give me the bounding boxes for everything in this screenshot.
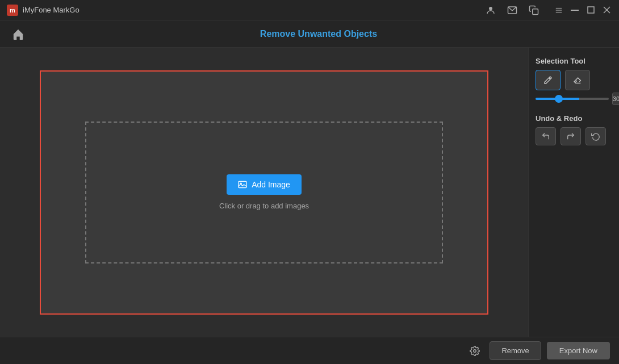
undo-redo-section: Undo & Redo — [536, 114, 612, 145]
menu-btn[interactable] — [553, 5, 564, 16]
svg-rect-7 — [588, 7, 594, 13]
settings-button[interactable] — [466, 342, 484, 360]
svg-point-12 — [474, 349, 476, 352]
svg-point-0 — [489, 7, 492, 10]
title-bar-controls — [483, 2, 612, 18]
minimize-btn[interactable] — [569, 5, 580, 16]
selection-tool-title: Selection Tool — [536, 57, 612, 65]
close-btn[interactable] — [601, 5, 612, 16]
add-image-button[interactable]: Add Image — [227, 174, 302, 195]
maximize-btn[interactable] — [585, 5, 596, 16]
window-controls — [553, 5, 612, 16]
remove-button[interactable]: Remove — [490, 341, 541, 360]
svg-rect-10 — [239, 181, 246, 187]
brush-size-slider-container: 30 — [536, 93, 612, 105]
reset-btn[interactable] — [585, 127, 606, 145]
home-button[interactable] — [9, 25, 27, 43]
user-icon[interactable] — [483, 2, 499, 18]
copy-icon[interactable] — [526, 2, 542, 18]
drop-zone[interactable]: Add Image Click or drag to add images — [85, 122, 443, 263]
slider-value: 30 — [612, 93, 619, 105]
app-name: iMyFone MarkGo — [23, 6, 483, 14]
undo-redo-title: Undo & Redo — [536, 114, 612, 123]
add-image-label: Add Image — [252, 180, 290, 189]
title-bar: m iMyFone MarkGo — [0, 0, 619, 20]
canvas-frame: Add Image Click or drag to add images — [40, 70, 488, 315]
svg-rect-2 — [533, 9, 538, 14]
redo-btn[interactable] — [561, 127, 581, 145]
selection-tool-section: Selection Tool 30 — [536, 57, 612, 105]
page-title: Remove Unwanted Objects — [27, 29, 610, 39]
app-logo: m — [7, 5, 18, 16]
main-content: Add Image Click or drag to add images Se… — [0, 48, 619, 337]
canvas-area: Add Image Click or drag to add images — [0, 48, 528, 337]
brush-size-slider[interactable] — [536, 98, 609, 100]
export-now-button[interactable]: Export Now — [547, 342, 610, 359]
bottom-bar: Remove Export Now — [0, 337, 619, 364]
right-panel: Selection Tool 30 — [528, 48, 619, 337]
undo-btn[interactable] — [536, 127, 556, 145]
drop-hint: Click or drag to add images — [219, 202, 309, 210]
tool-buttons — [536, 70, 612, 90]
brush-tool-btn[interactable] — [536, 70, 561, 90]
eraser-tool-btn[interactable] — [565, 70, 590, 90]
mail-icon[interactable] — [504, 2, 520, 18]
undo-redo-buttons — [536, 127, 612, 145]
app-toolbar: Remove Unwanted Objects — [0, 20, 619, 48]
